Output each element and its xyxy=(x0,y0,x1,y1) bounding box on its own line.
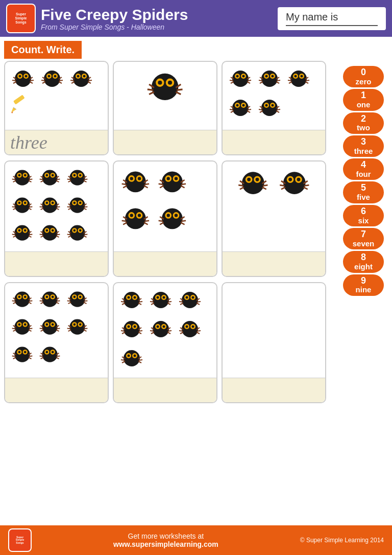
name-box: My name is xyxy=(278,7,386,30)
svg-rect-213 xyxy=(76,238,79,240)
svg-line-83 xyxy=(288,80,291,81)
num-pill-8: 8 eight xyxy=(343,251,384,272)
svg-line-111 xyxy=(276,111,279,112)
svg-line-467 xyxy=(121,360,125,360)
svg-rect-393 xyxy=(130,306,133,307)
svg-line-59 xyxy=(230,80,233,81)
spider-icon xyxy=(9,166,36,192)
svg-point-428 xyxy=(134,326,136,328)
svg-rect-441 xyxy=(159,335,162,336)
svg-point-68 xyxy=(272,75,274,78)
card-0-0-write[interactable]: three xyxy=(5,130,108,154)
svg-rect-453 xyxy=(188,335,191,336)
spider-icon xyxy=(38,66,66,94)
svg-point-91 xyxy=(236,104,239,107)
svg-marker-37 xyxy=(11,107,16,112)
svg-line-359 xyxy=(67,328,71,329)
spider-icon xyxy=(234,166,273,204)
card-0-2-write[interactable] xyxy=(223,130,325,154)
svg-rect-345 xyxy=(48,332,52,334)
svg-rect-57 xyxy=(239,84,242,86)
spider-icon xyxy=(256,95,284,123)
svg-line-423 xyxy=(197,303,200,305)
card-0-1-write[interactable] xyxy=(114,130,216,154)
svg-rect-309 xyxy=(48,305,52,306)
svg-line-48 xyxy=(149,92,154,95)
svg-line-290 xyxy=(304,185,309,186)
svg-point-224 xyxy=(138,177,141,180)
svg-line-183 xyxy=(84,208,87,210)
svg-line-168 xyxy=(41,208,44,210)
svg-rect-297 xyxy=(21,305,24,306)
svg-line-171 xyxy=(56,208,59,210)
header-title-block: Five Creepy Spiders From Super Simple So… xyxy=(41,6,278,31)
svg-rect-369 xyxy=(21,360,24,361)
svg-point-212 xyxy=(79,229,82,232)
svg-point-440 xyxy=(163,326,165,328)
svg-line-410 xyxy=(168,302,172,302)
svg-rect-93 xyxy=(239,113,242,115)
svg-line-420 xyxy=(180,303,183,305)
card-2-1-write[interactable] xyxy=(114,378,216,402)
svg-point-463 xyxy=(128,355,130,357)
svg-line-363 xyxy=(84,330,87,331)
svg-point-356 xyxy=(79,323,82,326)
svg-line-23 xyxy=(59,82,62,83)
spider-icon xyxy=(9,221,36,247)
svg-line-266 xyxy=(181,221,186,221)
svg-rect-261 xyxy=(170,226,175,228)
svg-point-271 xyxy=(247,178,251,181)
svg-rect-105 xyxy=(268,113,271,115)
svg-rect-5 xyxy=(21,84,24,86)
svg-point-283 xyxy=(288,178,292,181)
svg-rect-381 xyxy=(48,360,52,361)
svg-line-360 xyxy=(68,330,71,331)
svg-line-383 xyxy=(40,356,43,356)
card-1-0-write[interactable] xyxy=(5,251,108,276)
spider-icon xyxy=(64,287,91,314)
card-1-2-write[interactable] xyxy=(223,251,325,276)
spider-icon xyxy=(155,202,190,238)
header: SuperSimpleSongs Five Creepy Spiders Fro… xyxy=(0,0,392,37)
svg-point-236 xyxy=(175,177,178,180)
svg-rect-225 xyxy=(134,189,138,191)
svg-point-367 xyxy=(18,351,20,354)
svg-point-44 xyxy=(167,81,172,85)
svg-line-231 xyxy=(144,186,148,188)
header-logo: SuperSimpleSongs xyxy=(6,4,36,33)
svg-line-471 xyxy=(138,361,141,363)
svg-point-392 xyxy=(134,296,136,299)
svg-line-287 xyxy=(280,185,285,186)
svg-line-444 xyxy=(151,332,154,334)
card-0-0-spiders xyxy=(5,62,108,130)
svg-line-311 xyxy=(40,300,43,301)
spider-icon xyxy=(64,166,91,192)
svg-point-296 xyxy=(24,296,27,298)
svg-line-407 xyxy=(150,302,154,302)
svg-rect-141 xyxy=(76,183,79,184)
spider-icon xyxy=(118,202,154,238)
svg-line-51 xyxy=(176,92,181,95)
svg-rect-405 xyxy=(159,306,162,307)
svg-line-134 xyxy=(57,179,60,179)
card-2-2-write[interactable] xyxy=(223,378,325,402)
svg-rect-81 xyxy=(297,84,300,86)
svg-line-35 xyxy=(88,82,91,83)
svg-line-435 xyxy=(138,332,141,334)
svg-line-218 xyxy=(84,234,88,235)
number-sidebar: 0 zero 1 one 2 two 3 three 4 four 5 five… xyxy=(343,61,388,408)
card-2-0-write[interactable] xyxy=(5,378,108,402)
svg-rect-429 xyxy=(130,335,133,336)
num-pill-6: 6 six xyxy=(343,205,384,226)
svg-line-347 xyxy=(40,328,43,329)
svg-point-199 xyxy=(45,229,48,232)
cards-row-0: three xyxy=(4,61,341,155)
card-1-1-write[interactable] xyxy=(114,251,216,276)
svg-point-16 xyxy=(54,75,57,78)
num-pill-0: 0 zero xyxy=(343,66,384,87)
svg-line-386 xyxy=(57,356,60,356)
spider-icon xyxy=(142,66,188,112)
svg-line-411 xyxy=(167,303,170,305)
svg-line-300 xyxy=(13,302,16,304)
svg-point-391 xyxy=(128,296,130,299)
